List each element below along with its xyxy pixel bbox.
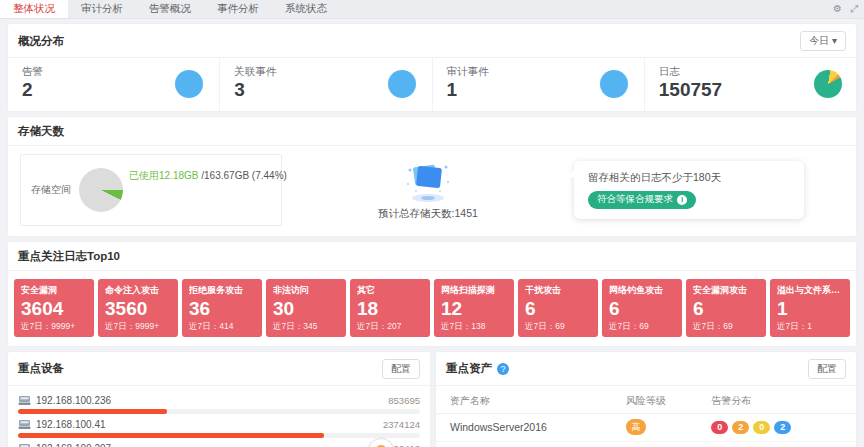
- log-category-card[interactable]: 其它18近7日：207: [350, 279, 430, 337]
- log-category-value: 30: [273, 297, 339, 321]
- log-category-card[interactable]: 网络扫描探测12近7日：138: [434, 279, 514, 337]
- risk-level-badge: 高: [626, 419, 646, 435]
- chevron-down-icon: ▾: [832, 35, 837, 46]
- device-row[interactable]: 192.168.100.2072106416: [18, 438, 420, 447]
- log-category-value: 1: [777, 297, 843, 321]
- assets-config-button[interactable]: 配置: [808, 359, 846, 379]
- log-category-value: 18: [357, 297, 423, 321]
- assets-column-header: 告警分布: [703, 388, 856, 414]
- overview-title: 概况分布: [18, 34, 64, 49]
- log-category-value: 36: [189, 297, 255, 321]
- log-category-name: 安全漏洞攻击: [693, 284, 759, 297]
- log-category-name: 非法访问: [273, 284, 339, 297]
- log-category-recent: 近7日：69: [609, 321, 675, 333]
- log-category-recent: 近7日：69: [693, 321, 759, 333]
- disk-usage-panel: 存储空间 已使用12.18GB /163.67GB (7.44%): [20, 154, 282, 226]
- log-category-value: 6: [525, 297, 591, 321]
- log-category-card[interactable]: 干扰攻击6近7日：69: [518, 279, 598, 337]
- asset-name: WindowsServer2016: [436, 413, 618, 441]
- folder-icon: [402, 158, 454, 204]
- log-category-card[interactable]: 网络钓鱼攻击6近7日：69: [602, 279, 682, 337]
- log-category-card[interactable]: 非法访问30近7日：345: [266, 279, 346, 337]
- alert-count-badge: 0: [753, 421, 770, 434]
- alert-count-badge: 0: [711, 421, 728, 434]
- stat-card: 关联事件3: [220, 58, 432, 111]
- log-category-card[interactable]: 拒绝服务攻击36近7日：414: [182, 279, 262, 337]
- help-icon[interactable]: ?: [497, 363, 509, 375]
- top-logs-section: 重点关注日志Top10 安全漏洞3604近7日：9999+命令注入攻击3560近…: [8, 242, 856, 346]
- device-icon: [18, 395, 31, 406]
- tab-item[interactable]: 告警概况: [136, 0, 204, 18]
- alert-count-badge: 2: [732, 421, 749, 434]
- log-category-card[interactable]: 安全漏洞攻击6近7日：69: [686, 279, 766, 337]
- asset-row[interactable]: WindowsServer2016高0202: [436, 413, 856, 441]
- devices-config-button[interactable]: 配置: [382, 359, 420, 379]
- stat-card: 日志150757: [645, 58, 856, 111]
- disk-usage-text: 已使用12.18GB /163.67GB (7.44%): [129, 169, 287, 183]
- disk-usage-pie: [79, 168, 123, 212]
- log-category-card[interactable]: 安全漏洞3604近7日：9999+: [14, 279, 94, 337]
- compliance-badge[interactable]: 符合等保合规要求 i: [588, 191, 696, 209]
- log-category-value: 3560: [105, 297, 171, 321]
- alert-count-badge: 2: [774, 421, 791, 434]
- device-log-count: 853695: [388, 395, 420, 406]
- tab-active[interactable]: 整体状况: [0, 0, 68, 18]
- storage-title: 存储天数: [18, 124, 64, 139]
- key-assets-section: 重点资产 ? 配置 资产名称风险等级告警分布 WindowsServer2016…: [436, 352, 856, 447]
- gear-icon[interactable]: ⚙: [833, 4, 842, 14]
- log-category-value: 12: [441, 297, 507, 321]
- device-row[interactable]: 192.168.100.412374124: [18, 414, 420, 438]
- storage-days-caption: 预计总存储天数:1451: [378, 207, 478, 221]
- tab-item[interactable]: 系统状态: [272, 0, 340, 18]
- assets-column-header: 风险等级: [618, 388, 704, 414]
- period-select[interactable]: 今日 ▾: [800, 31, 846, 51]
- assets-table: 资产名称风险等级告警分布 WindowsServer2016高0202UAC高0…: [436, 388, 856, 447]
- overview-section: 概况分布 今日 ▾ 告警2关联事件3审计事件1日志150757: [8, 24, 856, 111]
- device-ip: 192.168.100.41: [36, 419, 106, 430]
- key-devices-title: 重点设备: [18, 361, 64, 376]
- top-logs-title: 重点关注日志Top10: [18, 249, 120, 264]
- assets-column-header: 资产名称: [436, 388, 618, 414]
- log-category-recent: 近7日：414: [189, 321, 255, 333]
- device-icon: [18, 443, 31, 447]
- info-icon: i: [677, 195, 687, 205]
- asset-name: UAC: [436, 441, 618, 447]
- log-category-name: 其它: [357, 284, 423, 297]
- stat-card: 告警2: [8, 58, 220, 111]
- log-category-name: 命令注入攻击: [105, 284, 171, 297]
- log-category-value: 3604: [21, 297, 87, 321]
- device-icon: [18, 419, 31, 430]
- device-row[interactable]: 192.168.100.236853695: [18, 390, 420, 414]
- device-ip: 192.168.100.236: [36, 395, 111, 406]
- log-category-name: 溢出与文件系…: [777, 284, 843, 297]
- log-category-value: 6: [609, 297, 675, 321]
- disk-space-label: 存储空间: [31, 183, 71, 197]
- stat-card: 审计事件1: [433, 58, 645, 111]
- blue-circle-icon: [388, 70, 416, 98]
- fullscreen-icon[interactable]: ⤢: [850, 4, 858, 14]
- log-category-value: 6: [693, 297, 759, 321]
- blue-circle-icon: [600, 70, 628, 98]
- log-category-card[interactable]: 命令注入攻击3560近7日：9999+: [98, 279, 178, 337]
- top-tab-bar: 整体状况审计分析告警概况事件分析系统状态 ⚙ ⤢: [0, 0, 864, 19]
- log-category-recent: 近7日：9999+: [21, 321, 87, 333]
- key-devices-section: 重点设备 配置 192.168.100.236853695192.168.100…: [8, 352, 430, 447]
- log-category-recent: 近7日：207: [357, 321, 423, 333]
- compliance-text: 留存相关的日志不少于180天: [588, 171, 790, 185]
- log-category-name: 拒绝服务攻击: [189, 284, 255, 297]
- storage-section: 存储天数 存储空间 已使用12.18GB /163.67GB (7.44%): [8, 117, 856, 236]
- asset-row[interactable]: UAC高0200: [436, 441, 856, 447]
- log-category-recent: 近7日：138: [441, 321, 507, 333]
- tab-item[interactable]: 审计分析: [68, 0, 136, 18]
- log-category-card[interactable]: 溢出与文件系…1近7日：1: [770, 279, 850, 337]
- log-category-name: 网络扫描探测: [441, 284, 507, 297]
- compliance-note: 留存相关的日志不少于180天 符合等保合规要求 i: [574, 161, 804, 219]
- log-category-recent: 近7日：9999+: [105, 321, 171, 333]
- device-log-count: 2374124: [383, 419, 420, 430]
- log-category-recent: 近7日：69: [525, 321, 591, 333]
- tab-item[interactable]: 事件分析: [204, 0, 272, 18]
- log-category-name: 干扰攻击: [525, 284, 591, 297]
- log-category-name: 网络钓鱼攻击: [609, 284, 675, 297]
- key-assets-title: 重点资产: [446, 361, 492, 376]
- log-category-recent: 近7日：345: [273, 321, 339, 333]
